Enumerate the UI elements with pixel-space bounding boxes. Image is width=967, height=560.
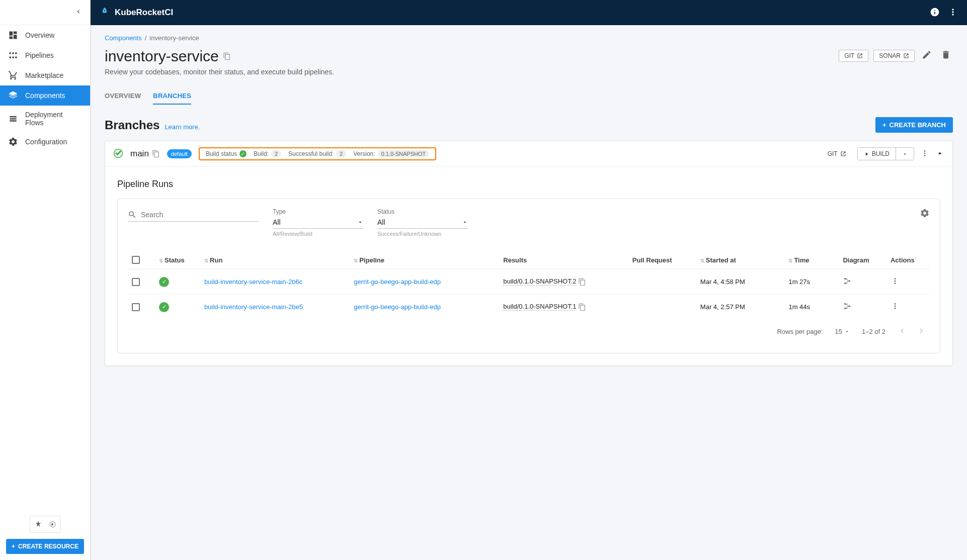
svg-point-2 <box>844 283 846 284</box>
create-resource-button[interactable]: + CREATE RESOURCE <box>6 539 84 554</box>
sidebar-item-deployment-flows[interactable]: Deployment Flows <box>0 106 90 132</box>
breadcrumb-root[interactable]: Components <box>105 34 142 42</box>
sort-icon[interactable]: ⇅ <box>700 258 704 263</box>
search-icon <box>128 210 137 219</box>
sort-icon[interactable]: ⇅ <box>354 258 358 263</box>
gear-icon <box>8 137 18 147</box>
copy-icon[interactable] <box>152 150 160 158</box>
check-icon: ✓ <box>239 150 247 157</box>
sidebar-item-components[interactable]: Components <box>0 85 90 106</box>
chevron-down-icon <box>844 329 850 334</box>
prev-page-icon[interactable] <box>898 326 907 337</box>
branch-stats-highlight: Build status ✓ Build: 2 Successful build… <box>199 147 436 160</box>
diagram-icon[interactable] <box>843 305 852 312</box>
delete-button[interactable] <box>939 48 953 63</box>
page-title: inventory-service <box>105 48 231 65</box>
collapse-icon[interactable] <box>935 149 944 159</box>
status-success-icon: ✓ <box>159 302 169 312</box>
rows-per-page-select[interactable]: 15 <box>835 328 850 335</box>
chevron-down-icon <box>462 219 468 225</box>
sidebar-item-label: Marketplace <box>25 71 63 79</box>
tab-overview[interactable]: OVERVIEW <box>105 88 141 105</box>
topbar: KubeRocketCI <box>91 0 967 25</box>
build-button[interactable]: BUILD <box>858 148 896 160</box>
svg-point-6 <box>849 306 850 307</box>
row-checkbox[interactable] <box>132 303 140 311</box>
info-icon[interactable] <box>930 7 940 19</box>
sidebar-header <box>0 0 90 25</box>
footer-gear-icon[interactable] <box>47 519 57 529</box>
branch-git-button[interactable]: GIT <box>823 148 851 159</box>
pipelines-icon <box>8 50 18 60</box>
chevron-down-icon <box>902 151 908 157</box>
table-settings-icon[interactable] <box>920 208 930 220</box>
row-checkbox[interactable] <box>132 278 140 286</box>
branch-name: main <box>130 149 149 159</box>
successful-count: 2 <box>336 150 346 157</box>
build-dropdown-button[interactable] <box>896 148 914 160</box>
sidebar-item-overview[interactable]: Overview <box>0 25 90 45</box>
footer-rocket-icon[interactable] <box>33 519 43 529</box>
sidebar-item-configuration[interactable]: Configuration <box>0 132 90 152</box>
pencil-icon <box>922 50 932 60</box>
collapse-sidebar-icon[interactable] <box>75 8 82 17</box>
svg-point-0 <box>51 523 53 525</box>
run-link[interactable]: build-inventory-service-main-2be5 <box>204 303 303 311</box>
search-input[interactable] <box>141 211 259 219</box>
flows-icon <box>8 114 18 124</box>
kebab-menu-icon[interactable] <box>948 7 958 19</box>
git-button[interactable]: GIT <box>839 50 868 62</box>
copy-icon[interactable] <box>578 303 586 311</box>
play-icon <box>864 151 869 157</box>
sort-icon[interactable]: ⇅ <box>204 258 208 263</box>
run-link[interactable]: build-inventory-service-main-2b6c <box>204 278 302 286</box>
sonar-button[interactable]: SONAR <box>873 50 915 62</box>
version: 0.1.0-SNAPSHOT <box>378 150 430 157</box>
result-text: build/0.1.0-SNAPSHOT.1 <box>503 303 576 311</box>
svg-point-3 <box>849 281 850 282</box>
copy-icon[interactable] <box>578 278 586 286</box>
branch-header: main default Build status ✓ Build: 2 <box>105 141 952 167</box>
runs-title: Pipeline Runs <box>117 179 940 190</box>
plus-icon: + <box>12 543 15 550</box>
sidebar-item-label: Pipelines <box>25 51 54 59</box>
next-page-icon[interactable] <box>917 326 926 337</box>
page-range: 1–2 of 2 <box>862 328 885 335</box>
external-link-icon <box>857 53 863 59</box>
page-subtitle: Review your codebases, monitor their sta… <box>105 68 953 76</box>
sort-icon[interactable]: ⇅ <box>159 258 163 263</box>
pipeline-link[interactable]: gerrit-go-beego-app-build-edp <box>354 278 441 286</box>
table-row: ✓ build-inventory-service-main-2b6c gerr… <box>128 269 930 295</box>
diagram-icon[interactable] <box>843 279 852 287</box>
started-at: Mar 4, 2:57 PM <box>696 295 785 320</box>
branch-more-icon[interactable] <box>920 149 929 159</box>
cart-icon <box>8 70 18 80</box>
time: 1m 27s <box>784 269 839 295</box>
row-more-icon[interactable] <box>891 305 900 312</box>
status-success-icon: ✓ <box>159 277 169 287</box>
type-filter-select[interactable]: All <box>273 216 363 229</box>
svg-point-1 <box>844 278 846 279</box>
edit-button[interactable] <box>920 48 934 63</box>
external-link-icon <box>903 53 909 59</box>
layers-icon <box>8 90 18 101</box>
started-at: Mar 4, 4:58 PM <box>696 269 785 295</box>
sidebar-item-marketplace[interactable]: Marketplace <box>0 65 90 85</box>
breadcrumb-current: inventory-service <box>149 34 199 42</box>
tab-branches[interactable]: BRANCHES <box>153 88 191 105</box>
create-branch-button[interactable]: + CREATE BRANCH <box>875 117 953 133</box>
select-all-checkbox[interactable] <box>132 256 140 264</box>
external-link-icon <box>840 151 846 157</box>
status-filter-select[interactable]: All <box>377 216 468 229</box>
default-badge: default <box>167 149 192 158</box>
row-more-icon[interactable] <box>891 279 900 287</box>
copy-icon[interactable] <box>223 52 231 60</box>
sort-icon[interactable]: ⇅ <box>788 258 792 263</box>
sidebar-item-label: Deployment Flows <box>25 111 82 127</box>
brand-logo[interactable]: KubeRocketCI <box>100 7 173 19</box>
learn-more-link[interactable]: Learn more. <box>165 123 200 131</box>
pipeline-link[interactable]: gerrit-go-beego-app-build-edp <box>354 303 441 311</box>
breadcrumb: Components / inventory-service <box>105 34 953 42</box>
search-input-wrapper <box>128 208 259 222</box>
sidebar-item-pipelines[interactable]: Pipelines <box>0 45 90 65</box>
